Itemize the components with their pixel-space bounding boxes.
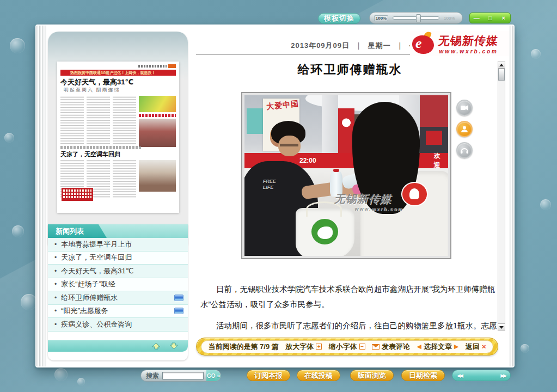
poster-text: 大爱中国 bbox=[262, 96, 300, 112]
news-list-item[interactable]: • “阳光”志愿服务 bbox=[48, 305, 188, 318]
article-scrollbar[interactable] bbox=[498, 61, 505, 331]
bubble-decoration bbox=[521, 344, 529, 353]
scrollbar-thumb[interactable] bbox=[498, 69, 505, 81]
minimize-button[interactable]: — bbox=[470, 13, 483, 23]
news-item-label: 给环卫师傅赠瓶水 bbox=[61, 293, 174, 303]
close-button[interactable]: × bbox=[497, 13, 510, 23]
separator: ｜ bbox=[396, 41, 404, 50]
article-paragraph: 日前，无锡职业技术学院汽车技术系联合欧尚超市鑫湖店开展“我为环卫师傅赠瓶水”公益… bbox=[200, 282, 498, 312]
template-switch-button[interactable]: 模板切换 bbox=[318, 13, 360, 24]
news-item-label: 今天好天气，最高31℃ bbox=[61, 266, 183, 276]
header-divider bbox=[196, 54, 441, 55]
zoom-slider-track[interactable] bbox=[393, 16, 439, 20]
scrollbar-down-button[interactable] bbox=[498, 323, 505, 330]
scrollbar-up-button[interactable] bbox=[498, 62, 505, 69]
logo-url: www.wxrb.com bbox=[438, 48, 498, 54]
online-submit-button[interactable]: 在线投稿 bbox=[297, 370, 340, 381]
scroll-up-icon[interactable] bbox=[152, 342, 161, 350]
bullet-icon: • bbox=[54, 280, 57, 288]
back-button[interactable]: 返回× bbox=[466, 342, 486, 352]
article-title: 给环卫师傅赠瓶水 bbox=[196, 62, 504, 78]
bubble-decoration bbox=[21, 294, 37, 310]
audio-reader-button[interactable] bbox=[456, 121, 473, 137]
select-article-control[interactable]: ◀ 选择文章 ▶ bbox=[417, 342, 459, 352]
thumbnail-headline-2: 天凉了，无空调车回归 bbox=[60, 150, 176, 158]
article-photo: 大爱中国 22:00 欢 迎 欢 迎 FREE LIFE bbox=[244, 95, 448, 256]
page-pager: ◀◀ ▶▶ bbox=[452, 370, 511, 381]
post-comment-button[interactable]: 发表评论 bbox=[372, 342, 410, 352]
thumbnail-red-caption bbox=[139, 114, 176, 117]
bubble-decoration bbox=[54, 368, 68, 381]
bullet-icon: • bbox=[54, 241, 57, 248]
date-label: 2013年09月09日 bbox=[291, 41, 350, 50]
thumbnail-subhead-1: 明起至周六 阴雨连绵 bbox=[64, 87, 176, 94]
article-body: 日前，无锡职业技术学院汽车技术系联合欧尚超市鑫湖店开展“我为环卫师傅赠瓶水”公益… bbox=[200, 282, 498, 330]
newspaper-thumbnail[interactable]: 热烈祝贺中国联通3G用户过亿！上网快，就选沃！ 今天好天气，最高31℃ 明起至周… bbox=[57, 62, 179, 213]
bullet-icon: • bbox=[54, 321, 57, 328]
subscribe-button[interactable]: 订阅本报 bbox=[247, 370, 290, 381]
news-item-label: 疾病义诊、公积金咨询 bbox=[61, 320, 183, 329]
first-page-icon[interactable]: ◀◀ bbox=[457, 373, 462, 378]
search-input[interactable] bbox=[162, 372, 204, 379]
bubble-decoration bbox=[531, 49, 541, 59]
thumbnail-red-box bbox=[62, 188, 93, 201]
bubble-decoration bbox=[77, 378, 85, 385]
masthead-text-lines bbox=[138, 65, 167, 68]
tshirt-print: FREE LIFE bbox=[263, 179, 298, 217]
news-list-title: 新闻列表 bbox=[48, 224, 107, 238]
video-camera-icon bbox=[460, 105, 469, 111]
font-shrink-button[interactable]: 缩小字体− bbox=[329, 342, 365, 352]
zoom-slider[interactable]: 100% 100% bbox=[369, 12, 463, 24]
separator: ｜ bbox=[355, 41, 363, 50]
zoom-slider-thumb[interactable] bbox=[416, 14, 421, 22]
reader-window: 热烈祝贺中国联通3G用户过亿！上网快，就选沃！ 今天好天气，最高31℃ 明起至周… bbox=[35, 24, 515, 367]
news-item-label: 本地青蒜提早半月上市 bbox=[61, 240, 183, 249]
person-icon bbox=[461, 125, 468, 133]
news-item-label: “阳光”志愿服务 bbox=[61, 306, 174, 316]
logo-title: 无锡新传媒 bbox=[438, 33, 499, 48]
last-page-icon[interactable]: ▶▶ bbox=[500, 373, 506, 378]
news-list-item[interactable]: • 天凉了，无空调车回归 bbox=[48, 252, 188, 265]
font-enlarge-button[interactable]: 放大字体+ bbox=[285, 342, 322, 352]
storefront bbox=[247, 108, 265, 134]
news-list-item[interactable]: • 疾病义诊、公积金咨询 bbox=[48, 318, 188, 332]
news-item-label: 家长“赶场子”取经 bbox=[61, 279, 183, 289]
media-buttons bbox=[456, 100, 474, 163]
thumbnail-ad-image bbox=[139, 96, 176, 112]
page-browse-button[interactable]: 版面浏览 bbox=[350, 370, 394, 381]
zoom-max-label: 100% bbox=[444, 16, 455, 21]
news-list-item[interactable]: • 家长“赶场子”取经 bbox=[48, 278, 188, 292]
pillar bbox=[322, 95, 338, 153]
scroll-down-icon[interactable] bbox=[169, 342, 178, 350]
news-list-panel: 新闻列表 • 本地青蒜提早半月上市 • 天凉了，无空调车回归 • 今天好天气，最… bbox=[48, 224, 188, 360]
search-label: 搜索 bbox=[146, 371, 159, 381]
zoom-value-label: 100% bbox=[374, 15, 388, 21]
glasses bbox=[280, 144, 298, 147]
next-article-icon[interactable]: ▶ bbox=[454, 343, 458, 350]
edition-date-line: 2013年09月09日｜星期一｜今日16版 bbox=[196, 41, 441, 51]
weekday-label: 星期一 bbox=[368, 41, 391, 50]
site-logo[interactable]: e 无锡新传媒 www.wxrb.com bbox=[410, 31, 509, 56]
photo-attachment-icon bbox=[174, 308, 183, 314]
maximize-button[interactable]: □ bbox=[483, 13, 497, 23]
text-column bbox=[113, 160, 136, 198]
photo-watermark: 无锡新传媒 www.wxrb.com bbox=[334, 192, 446, 212]
minus-box-icon: − bbox=[359, 344, 365, 350]
thumbnail-photo bbox=[139, 160, 176, 192]
bag-logo bbox=[311, 219, 338, 244]
page-preview-panel: 热烈祝贺中国联通3G用户过亿！上网快，就选沃！ 今天好天气，最高31℃ 明起至周… bbox=[48, 32, 188, 247]
plus-box-icon: + bbox=[316, 344, 322, 350]
bubble-decoration bbox=[4, 133, 14, 143]
news-list-item[interactable]: • 本地青蒜提早半月上市 bbox=[48, 238, 188, 252]
news-list-item[interactable]: • 今天好天气，最高31℃ bbox=[48, 265, 188, 278]
prev-article-icon[interactable]: ◀ bbox=[417, 343, 421, 350]
video-button[interactable] bbox=[456, 100, 473, 116]
text-column bbox=[113, 96, 136, 144]
thumbnail-masthead bbox=[60, 64, 176, 69]
news-list-item-current[interactable]: • 给环卫师傅赠瓶水 bbox=[48, 291, 188, 305]
date-search-button[interactable]: 日期检索 bbox=[401, 370, 445, 381]
bullet-icon: • bbox=[54, 307, 57, 315]
search-go-button[interactable]: GO » bbox=[206, 370, 221, 381]
listen-button[interactable] bbox=[456, 142, 473, 158]
logo-flame-e-icon: e bbox=[411, 32, 436, 55]
